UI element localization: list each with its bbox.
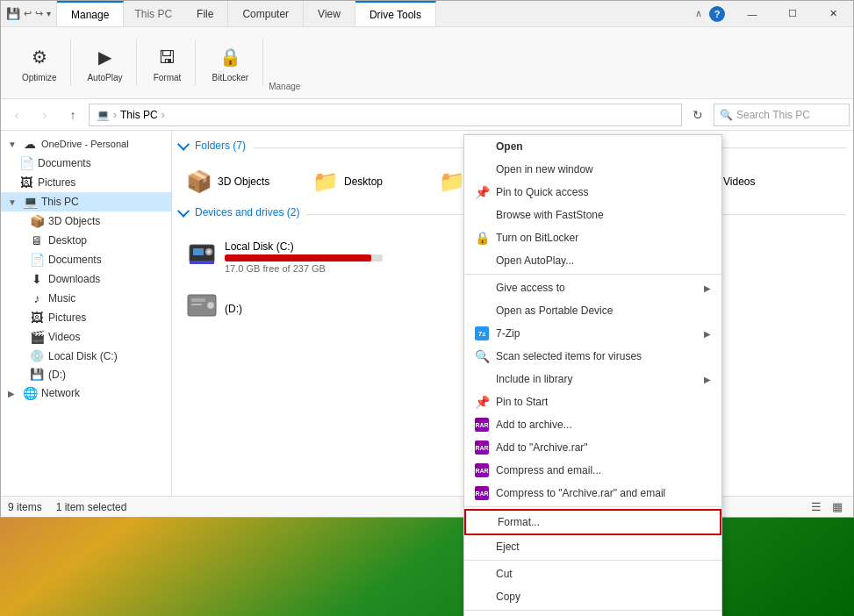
customize-icon[interactable]: ▾ xyxy=(47,9,51,18)
ctx-bitlocker[interactable]: 🔒 Turn on BitLocker xyxy=(464,226,721,249)
folders-header[interactable]: Folders (7) xyxy=(179,138,246,154)
ctx-open[interactable]: Open xyxy=(464,135,721,158)
ctx-compress-email[interactable]: RAR Compress and email... xyxy=(464,459,721,482)
sidebar-item-documents[interactable]: 📄 Documents xyxy=(1,250,171,269)
ribbon-section-manage: ⚙ Optimize xyxy=(8,39,71,86)
downloads-icon: ⬇ xyxy=(29,272,45,286)
sidebar-item-network[interactable]: ▶ 🌐 Network xyxy=(1,383,171,403)
ctx-give-access[interactable]: Give access to ▶ xyxy=(464,276,721,299)
minimize-button[interactable]: — xyxy=(732,1,772,26)
tab-drive-tools[interactable]: Drive Tools xyxy=(355,1,436,26)
sidebar-label: Pictures xyxy=(48,312,86,324)
ctx-eject[interactable]: Eject xyxy=(464,535,721,558)
desktop-icon: 🖥 xyxy=(29,233,45,247)
tab-manage[interactable]: Manage xyxy=(57,1,124,26)
drives-header[interactable]: Devices and drives (2) xyxy=(179,204,299,220)
item-count: 9 items xyxy=(8,501,42,513)
ctx-create-shortcut[interactable]: Create shortcut xyxy=(464,612,721,616)
folder-item-3d[interactable]: 📦 3D Objects xyxy=(179,166,302,197)
ddrive-icon: 💾 xyxy=(29,368,45,381)
folder-item-desktop[interactable]: 📁 Desktop xyxy=(305,166,428,197)
window-title: This PC xyxy=(124,1,183,26)
network-icon: 🌐 xyxy=(22,386,38,400)
ctx-pin-quick[interactable]: 📌 Pin to Quick access xyxy=(464,181,721,204)
ctx-cut[interactable]: Cut xyxy=(464,562,721,585)
ribbon-btn-autoplay[interactable]: ▶ AutoPlay xyxy=(80,39,129,86)
close-button[interactable]: ✕ xyxy=(813,1,853,26)
ctx-format[interactable]: Format... xyxy=(464,509,721,535)
sidebar-item-downloads[interactable]: ⬇ Downloads xyxy=(1,269,171,289)
sidebar-label: Documents xyxy=(48,254,102,266)
search-box[interactable]: 🔍 Search This PC xyxy=(714,104,850,126)
3dobjects-icon: 📦 xyxy=(29,214,45,228)
sidebar-item-music[interactable]: ♪ Music xyxy=(1,289,171,308)
ctx-open-new-window[interactable]: Open in new window xyxy=(464,158,721,181)
sidebar-label: Network xyxy=(41,387,80,399)
tiles-view-button[interactable]: ▦ xyxy=(829,498,846,516)
ctx-add-archive[interactable]: RAR Add to archive... xyxy=(464,413,721,436)
ribbon-tabs: 💾 ↩ ↪ ▾ Manage This PC File Computer Vie… xyxy=(1,1,688,26)
sidebar-label: Local Disk (C:) xyxy=(48,350,118,362)
tab-file[interactable]: File xyxy=(183,1,228,26)
sidebar-item-pictures[interactable]: 🖼 Pictures xyxy=(1,308,171,327)
drive-item-d[interactable]: (D:) xyxy=(179,284,390,333)
folder-name: Videos xyxy=(723,175,755,188)
drive-item-c[interactable]: Local Disk (C:) 17.0 GB free of 237 GB xyxy=(179,233,390,281)
ribbon-btn-optimize[interactable]: ⚙ Optimize xyxy=(15,39,63,86)
cdrive-icon: 💿 xyxy=(29,349,45,362)
ctx-label: Add to "Archive.rar" xyxy=(496,441,588,454)
ctx-portable[interactable]: Open as Portable Device xyxy=(464,299,721,322)
documents-icon: 📄 xyxy=(29,253,45,267)
onedrive-icon: ☁ xyxy=(22,137,38,151)
music-icon: ♪ xyxy=(29,291,45,305)
ribbon-expand-icon[interactable]: ∧ xyxy=(695,8,702,19)
help-icon[interactable]: ? xyxy=(709,6,725,22)
ctx-label: Open AutoPlay... xyxy=(496,254,574,267)
ribbon-btn-format[interactable]: 🖫 Format xyxy=(146,39,188,86)
sidebar-item-onedrive[interactable]: ▼ ☁ OneDrive - Personal xyxy=(1,134,171,154)
back-button[interactable]: ‹ xyxy=(4,103,29,127)
ctx-faststone-icon xyxy=(475,208,489,222)
sidebar-item-cdrive[interactable]: 💿 Local Disk (C:) xyxy=(1,347,171,365)
ctx-separator-3 xyxy=(464,560,721,561)
svg-rect-1 xyxy=(193,248,204,255)
ctx-include-library[interactable]: Include in library ▶ xyxy=(464,368,721,390)
sidebar-item-documents-od[interactable]: 📄 Documents xyxy=(1,154,171,173)
ctx-pin-start[interactable]: 📌 Pin to Start xyxy=(464,390,721,413)
svg-point-8 xyxy=(207,302,214,309)
drive-c-progress-fill xyxy=(225,254,371,261)
ctx-label: Cut xyxy=(496,568,513,580)
svg-rect-6 xyxy=(191,298,205,302)
ribbon-btn-bitlocker[interactable]: 🔒 BitLocker xyxy=(205,39,255,86)
sidebar-item-thispc[interactable]: ▼ 💻 This PC xyxy=(1,192,171,211)
redo-icon: ↪ xyxy=(35,8,43,19)
forward-button[interactable]: › xyxy=(32,103,57,127)
address-path[interactable]: 💻 › This PC › xyxy=(89,104,682,126)
sidebar-item-3d[interactable]: 📦 3D Objects xyxy=(1,211,171,231)
titlebar: 💾 ↩ ↪ ▾ Manage This PC File Computer Vie… xyxy=(1,1,853,27)
ctx-scan-virus[interactable]: 🔍 Scan selected items for viruses xyxy=(464,345,721,368)
refresh-button[interactable]: ↻ xyxy=(685,103,710,127)
ctx-7zip-arrow: ▶ xyxy=(704,329,711,339)
ctx-arrow-icon: ▶ xyxy=(704,283,711,293)
sidebar-item-pictures-od[interactable]: 🖼 Pictures xyxy=(1,173,171,192)
tab-computer[interactable]: Computer xyxy=(228,1,304,26)
ctx-7zip[interactable]: 7z 7-Zip ▶ xyxy=(464,322,721,345)
tab-view[interactable]: View xyxy=(304,1,355,26)
sidebar-item-desktop[interactable]: 🖥 Desktop xyxy=(1,231,171,250)
maximize-button[interactable]: ☐ xyxy=(772,1,813,26)
search-icon: 🔍 xyxy=(720,109,733,121)
ctx-copy[interactable]: Copy xyxy=(464,585,721,608)
ctx-copy-icon xyxy=(475,590,489,604)
sidebar-item-videos[interactable]: 🎬 Videos xyxy=(1,327,171,347)
ctx-faststone[interactable]: Browse with FastStone xyxy=(464,204,721,226)
pictures-icon: 🖼 xyxy=(29,311,45,325)
details-view-button[interactable]: ☰ xyxy=(807,498,825,516)
ctx-add-archiverar[interactable]: RAR Add to "Archive.rar" xyxy=(464,436,721,459)
sidebar-item-ddrive[interactable]: 💾 (D:) xyxy=(1,365,171,383)
up-button[interactable]: ↑ xyxy=(61,103,85,127)
sidebar-label: Desktop xyxy=(48,234,87,247)
ctx-autoplay[interactable]: Open AutoPlay... xyxy=(464,249,721,272)
documents-icon: 📄 xyxy=(18,156,34,170)
ctx-compress-archiverar-email[interactable]: RAR Compress to "Archive.rar" and email xyxy=(464,482,721,505)
